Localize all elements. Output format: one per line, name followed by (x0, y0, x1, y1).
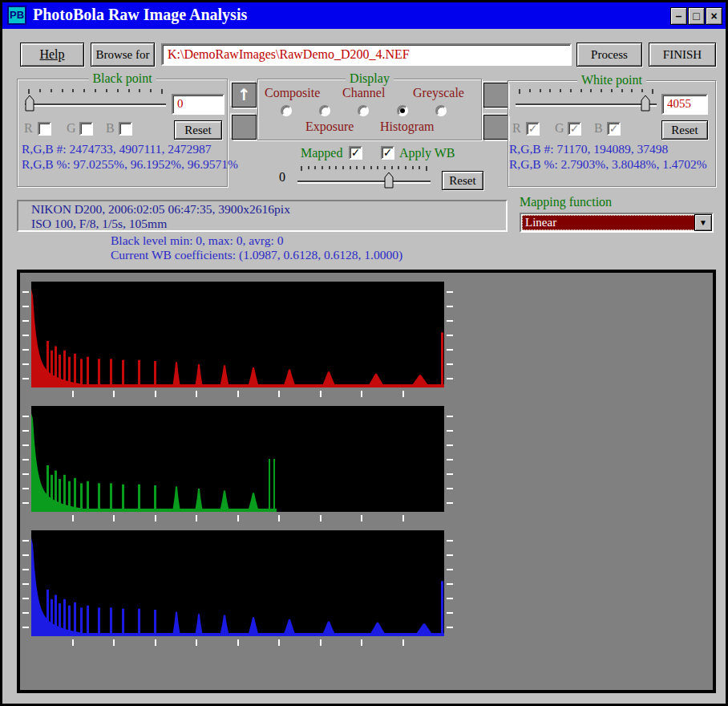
close-icon[interactable]: × (706, 7, 722, 25)
histogram-red-yticks-right (447, 282, 453, 387)
up-arrow-button[interactable]: ↑ (232, 83, 257, 108)
black-point-title: Black point (88, 71, 156, 86)
black-level-status: Black level min: 0, max: 0, avrg: 0 (111, 233, 283, 248)
app-icon: PB (7, 6, 26, 25)
radio-exposure[interactable] (319, 105, 330, 116)
mapping-function-value[interactable]: Linear (522, 215, 695, 230)
white-point-r-label: R (512, 121, 521, 136)
histogram-blue-yticks-left (22, 530, 29, 636)
dropdown-arrow-icon[interactable]: ▼ (694, 214, 712, 231)
black-point-r-checkbox[interactable] (38, 122, 51, 136)
app-window: PB PhotoBola Raw Image Analysis – □ × He… (0, 0, 728, 706)
white-point-slider-track[interactable] (516, 103, 657, 107)
black-point-slider-ticks (28, 89, 163, 95)
radio-composite[interactable] (281, 105, 292, 116)
white-point-counts: R,G,B #: 71170, 194089, 37498 (509, 142, 668, 156)
check-icon: ✓ (569, 122, 580, 136)
help-button[interactable]: Help (20, 43, 84, 67)
histogram-blue-yticks-right (447, 530, 453, 636)
mapping-function-label: Mapping function (520, 195, 612, 209)
camera-info-line1: NIKON D200, 2006:02:05 06:47:35, 3900x26… (31, 202, 506, 217)
check-icon: ✓ (528, 122, 538, 136)
white-point-reset-button[interactable]: Reset (661, 120, 708, 140)
apply-wb-label: Apply WB (399, 146, 455, 160)
process-button[interactable]: Process (576, 43, 642, 67)
histogram-green (31, 406, 444, 512)
white-point-slider-ticks (519, 89, 653, 95)
up-arrow-icon: ↑ (237, 85, 251, 104)
black-point-percents: R,G,B %: 97.0255%, 96.1952%, 96.9571% (22, 157, 238, 172)
white-point-slider[interactable] (514, 86, 658, 116)
apply-wb-checkbox[interactable]: ✓ (381, 146, 394, 160)
black-point-counts: R,G,B #: 2474733, 4907111, 2472987 (22, 142, 212, 156)
radio-histogram-label: Histogram (380, 120, 435, 134)
check-icon: ✓ (609, 122, 619, 136)
display-slider-ticks (301, 166, 427, 172)
black-point-b-label: B (106, 121, 115, 136)
histogram-red-xticks (31, 390, 444, 397)
black-point-value-input[interactable]: 0 (172, 94, 224, 115)
white-point-g-label: G (555, 121, 564, 136)
white-point-value-input[interactable]: 4055 (661, 94, 708, 115)
white-point-r-checkbox[interactable]: ✓ (526, 122, 540, 136)
right-blank-button-bottom[interactable] (483, 115, 508, 140)
left-blank-button[interactable] (232, 115, 257, 140)
black-point-reset-button[interactable]: Reset (174, 120, 222, 140)
check-icon: ✓ (350, 146, 361, 160)
black-point-g-checkbox[interactable] (79, 122, 93, 136)
histogram-red (31, 282, 444, 387)
display-title: Display (346, 71, 394, 86)
histogram-blue (31, 530, 444, 636)
radio-greyscale[interactable] (435, 105, 447, 116)
mapped-checkbox[interactable]: ✓ (349, 146, 362, 160)
histogram-blue-xticks (31, 639, 444, 646)
black-point-r-label: R (24, 121, 33, 136)
camera-info-line2: ISO 100, F/8, 1/5s, 105mm (31, 217, 506, 231)
black-point-slider-track[interactable] (25, 103, 166, 107)
minimize-icon[interactable]: – (670, 7, 687, 25)
white-point-b-label: B (594, 121, 603, 136)
radio-channel-label: Channel (342, 86, 385, 100)
mapped-label: Mapped (301, 146, 342, 160)
histogram-green-xticks (31, 514, 444, 521)
display-slider[interactable] (296, 163, 432, 193)
wb-coefficients-status: Current WB coefficients: (1.0987, 0.6128… (111, 248, 402, 262)
title-bar: PB PhotoBola Raw Image Analysis – □ × (2, 2, 726, 29)
radio-channel[interactable] (358, 105, 369, 116)
display-reset-button[interactable]: Reset (442, 171, 483, 190)
browse-button[interactable]: Browse for (91, 43, 155, 67)
black-point-g-label: G (67, 121, 76, 136)
check-icon: ✓ (382, 146, 393, 160)
finish-button[interactable]: FINISH (649, 43, 716, 67)
white-point-percents: R,G,B %: 2.7903%, 3.8048%, 1.4702% (509, 157, 707, 172)
help-label: Help (39, 47, 64, 61)
black-point-slider-thumb[interactable] (25, 95, 34, 112)
radio-greyscale-label: Greyscale (413, 86, 464, 100)
radio-composite-label: Composite (265, 86, 320, 100)
camera-info-box: NIKON D200, 2006:02:05 06:47:35, 3900x26… (17, 200, 508, 232)
file-path-input[interactable]: K:\DemoRawImages\RawDemo_D200_4.NEF (161, 43, 572, 66)
black-point-b-checkbox[interactable] (119, 122, 132, 136)
white-point-g-checkbox[interactable]: ✓ (568, 122, 581, 136)
window-title: PhotoBola Raw Image Analysis (33, 6, 247, 24)
white-point-slider-thumb[interactable] (641, 95, 650, 112)
histogram-green-yticks-right (447, 406, 453, 512)
display-slider-value: 0 (279, 170, 285, 185)
right-blank-button-top[interactable] (483, 83, 508, 108)
histogram-green-yticks-left (22, 406, 29, 512)
mapping-function-select[interactable]: Linear ▼ (520, 213, 714, 233)
histogram-red-yticks-left (22, 282, 29, 387)
maximize-icon[interactable]: □ (688, 7, 705, 25)
radio-histogram[interactable] (397, 105, 408, 116)
radio-exposure-label: Exposure (305, 120, 354, 134)
black-point-slider[interactable] (23, 86, 168, 116)
display-slider-track[interactable] (297, 181, 431, 184)
display-slider-thumb[interactable] (384, 172, 394, 189)
white-point-b-checkbox[interactable]: ✓ (607, 122, 621, 136)
